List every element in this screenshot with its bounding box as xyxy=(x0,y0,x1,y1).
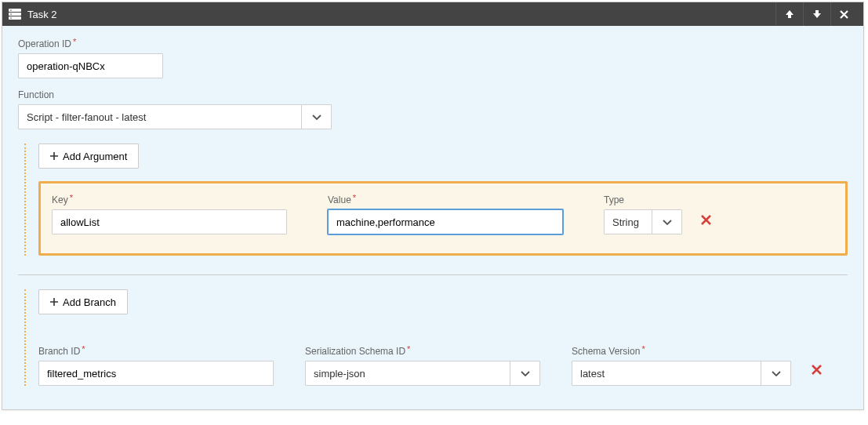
argument-type-dropdown-toggle[interactable] xyxy=(652,210,681,234)
argument-key-label: Key* xyxy=(52,194,287,205)
branch-id-field: Branch ID* xyxy=(38,346,274,386)
branches-section: Add Branch Branch ID* Serialization Sche… xyxy=(24,289,848,386)
branch-id-input[interactable] xyxy=(38,361,274,386)
chevron-down-icon xyxy=(663,216,672,228)
argument-value-label: Value* xyxy=(328,194,563,205)
schema-version-label: Schema Version* xyxy=(572,346,791,357)
operation-id-input[interactable] xyxy=(18,53,163,78)
plus-icon xyxy=(50,296,58,308)
header-actions xyxy=(775,2,857,26)
move-down-button[interactable] xyxy=(803,2,830,26)
plus-icon xyxy=(50,151,58,162)
section-divider xyxy=(18,274,848,275)
function-field: Function Script - filter-fanout - latest xyxy=(18,89,848,129)
arguments-section: Add Argument Key* Value* xyxy=(24,143,848,256)
panel-header: Task 2 xyxy=(2,2,863,26)
argument-type-label: Type xyxy=(604,194,682,205)
chevron-down-icon xyxy=(772,368,781,380)
argument-row: Key* Value* Type String xyxy=(38,181,848,256)
argument-type-field: Type String xyxy=(604,194,682,234)
operation-id-label-text: Operation ID xyxy=(18,38,71,49)
add-argument-button[interactable]: Add Argument xyxy=(38,143,139,169)
function-dropdown[interactable]: Script - filter-fanout - latest xyxy=(18,104,332,129)
required-asterisk: * xyxy=(82,344,85,354)
required-asterisk: * xyxy=(70,193,73,202)
schema-version-field: Schema Version* latest xyxy=(572,346,791,386)
schema-id-label: Serialization Schema ID* xyxy=(305,346,540,357)
function-dropdown-toggle[interactable] xyxy=(301,105,331,129)
argument-value-input[interactable] xyxy=(328,209,563,234)
argument-key-label-text: Key xyxy=(52,194,68,205)
svg-point-5 xyxy=(10,17,12,19)
delete-argument-button[interactable] xyxy=(696,209,716,233)
close-button[interactable] xyxy=(830,2,857,26)
move-up-button[interactable] xyxy=(775,2,802,26)
argument-value-field: Value* xyxy=(328,194,563,234)
server-icon xyxy=(9,9,21,20)
panel-body: Operation ID* Function Script - filter-f… xyxy=(2,26,863,409)
operation-id-field: Operation ID* xyxy=(18,38,848,78)
schema-version-value: latest xyxy=(572,361,761,385)
argument-key-input[interactable] xyxy=(52,209,287,234)
argument-key-field: Key* xyxy=(52,194,287,234)
schema-version-label-text: Schema Version xyxy=(572,346,640,357)
schema-id-dropdown[interactable]: simple-json xyxy=(305,361,540,386)
argument-type-dropdown[interactable]: String xyxy=(604,209,682,234)
close-icon xyxy=(812,364,822,378)
function-label: Function xyxy=(18,89,848,100)
chevron-down-icon xyxy=(312,111,321,123)
argument-value-label-text: Value xyxy=(328,194,351,205)
task-panel: Task 2 Operation ID* Function Script - f… xyxy=(2,2,864,410)
svg-point-3 xyxy=(10,9,12,11)
panel-title: Task 2 xyxy=(27,9,775,20)
add-branch-button[interactable]: Add Branch xyxy=(38,289,128,314)
required-asterisk: * xyxy=(353,193,356,202)
add-argument-label: Add Argument xyxy=(63,151,127,162)
svg-point-4 xyxy=(10,13,12,15)
argument-type-value: String xyxy=(605,210,652,234)
delete-branch-button[interactable] xyxy=(807,359,826,383)
required-asterisk: * xyxy=(641,344,645,354)
schema-id-value: simple-json xyxy=(306,361,510,385)
close-icon xyxy=(701,214,711,228)
schema-id-label-text: Serialization Schema ID xyxy=(305,346,405,357)
branch-id-label-text: Branch ID xyxy=(38,346,80,357)
branch-row: Branch ID* Serialization Schema ID* simp… xyxy=(38,346,848,386)
chevron-down-icon xyxy=(521,368,530,380)
schema-id-field: Serialization Schema ID* simple-json xyxy=(305,346,540,386)
branch-id-label: Branch ID* xyxy=(38,346,274,357)
required-asterisk: * xyxy=(407,344,410,354)
function-dropdown-value: Script - filter-fanout - latest xyxy=(19,105,301,129)
operation-id-label: Operation ID* xyxy=(18,38,848,49)
add-branch-label: Add Branch xyxy=(63,296,116,308)
required-asterisk: * xyxy=(73,37,76,46)
schema-version-dropdown[interactable]: latest xyxy=(572,361,791,386)
schema-version-dropdown-toggle[interactable] xyxy=(761,361,790,385)
schema-id-dropdown-toggle[interactable] xyxy=(510,361,539,385)
